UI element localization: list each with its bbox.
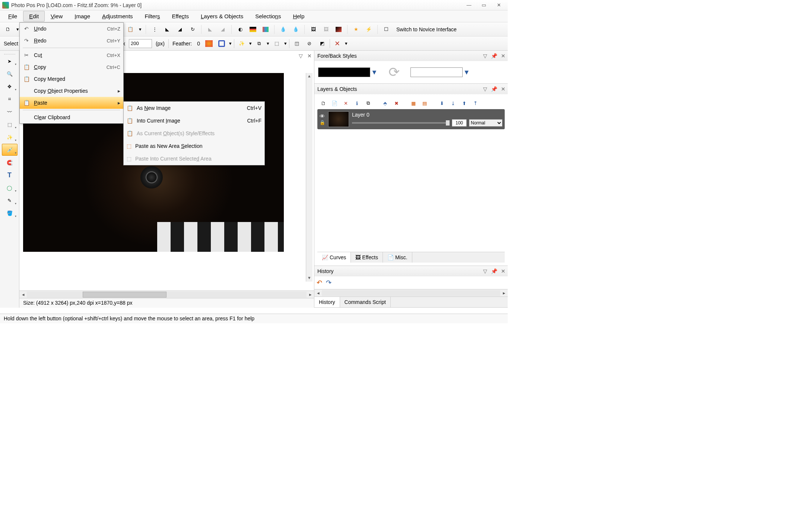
menu-effects[interactable]: Effects — [166, 11, 195, 22]
group-icon[interactable]: ▦ — [409, 99, 418, 108]
scroll-right-icon[interactable]: ▸ — [307, 291, 314, 298]
submenu-as-new-image[interactable]: 📋As New ImageCtrl+V — [124, 102, 264, 114]
close-button[interactable]: ✕ — [492, 2, 505, 8]
doc-close-icon[interactable]: ✕ — [307, 53, 312, 59]
opacity-slider[interactable] — [352, 122, 450, 124]
submenu-paste-area[interactable]: ⬚Paste as New Area Selection — [124, 140, 264, 152]
picture2-icon[interactable]: 🖼 — [320, 24, 332, 35]
mirror-icon[interactable]: ◣ — [204, 24, 216, 35]
history-scrollbar[interactable]: ◂ ▸ — [314, 289, 508, 296]
collapse-icon[interactable]: ▽ — [483, 268, 487, 274]
menu-paste[interactable]: 📋Paste▸ — [20, 97, 123, 109]
panel-close-icon[interactable]: ✕ — [501, 53, 505, 59]
menu-cut[interactable]: ✂CutCtrl+X — [20, 49, 123, 61]
sel-none-icon[interactable]: ⊘ — [304, 39, 315, 48]
opacity-input[interactable] — [452, 119, 467, 127]
dropdown-arrow-icon[interactable]: ▼ — [463, 69, 470, 76]
flip-v-icon[interactable]: ◢ — [174, 24, 185, 35]
scroll-right-icon[interactable]: ▸ — [500, 290, 508, 296]
mirror2-icon[interactable]: ◢ — [217, 24, 228, 35]
tab-effects[interactable]: 🖼 Effects — [351, 252, 383, 263]
vertical-scrollbar[interactable]: ▴ ▾ — [306, 73, 313, 282]
dropdown-arrow-icon[interactable]: ▼ — [371, 69, 378, 76]
pin-icon[interactable]: 📌 — [491, 268, 497, 274]
pen-tool[interactable]: ✎▾ — [2, 194, 18, 206]
up-icon[interactable]: ⬆ — [460, 99, 469, 108]
eyedropper-tool[interactable]: 💉▾ — [2, 144, 18, 156]
redo-icon[interactable]: ↷ — [326, 279, 332, 287]
menu-redo[interactable]: ↷RedoCtrl+Y — [20, 35, 123, 47]
switch-interface-button[interactable]: Switch to Novice Interface — [393, 25, 460, 34]
pin-icon[interactable]: 📌 — [491, 86, 497, 92]
bucket-tool[interactable]: 🪣▾ — [2, 207, 18, 219]
marquee-tool[interactable]: ⬚▾ — [2, 118, 18, 130]
menu-undo[interactable]: ↶UndoCtrl+Z — [20, 23, 123, 35]
zoom-tool[interactable]: 🔍 — [2, 68, 18, 80]
checkbox-icon[interactable]: ☐ — [381, 24, 392, 35]
dropdown-arrow-icon[interactable]: ▾ — [137, 24, 143, 35]
pointer-tool[interactable]: ➤▾ — [2, 55, 18, 67]
undo-icon[interactable]: ↶ — [317, 279, 322, 287]
layer-thumbnail[interactable] — [328, 111, 349, 127]
tab-commands[interactable]: Commands Script — [340, 297, 391, 307]
copy-layer-icon[interactable]: ⧉ — [364, 99, 372, 108]
picture-icon[interactable]: 🖼 — [308, 24, 319, 35]
grip-icon[interactable] — [4, 52, 15, 54]
merge-icon[interactable]: ⬘ — [381, 99, 390, 108]
star-icon[interactable]: ★ — [351, 24, 362, 35]
text-tool[interactable]: T — [2, 169, 18, 181]
delete-layer-icon[interactable]: ✕ — [341, 99, 350, 108]
menu-copy-obj-props[interactable]: Copy Object Properties▸ — [20, 85, 123, 97]
sharp-icon[interactable]: 💧 — [290, 24, 301, 35]
contrast-icon[interactable]: ◐ — [235, 24, 246, 35]
new-layer-icon[interactable]: 🗋 — [319, 99, 328, 108]
minimize-button[interactable]: ― — [462, 2, 476, 8]
menu-view[interactable]: View — [45, 11, 69, 22]
crop-tool[interactable]: ⌗ — [2, 93, 18, 105]
foreground-swatch[interactable] — [318, 67, 370, 77]
menu-file[interactable]: File — [2, 11, 23, 22]
down-icon[interactable]: ⬇ — [437, 99, 446, 108]
gradient-pic-icon[interactable] — [333, 24, 344, 35]
layer-row[interactable]: 👁 🔒 Layer 0 Normal — [317, 109, 505, 129]
doc-minimize-icon[interactable]: ▽ — [299, 53, 303, 59]
stroke-style-icon[interactable] — [216, 39, 227, 48]
menu-copy[interactable]: 📋CopyCtrl+C — [20, 61, 123, 73]
maximize-button[interactable]: ▭ — [477, 2, 491, 8]
bottom-icon[interactable]: ⤓ — [448, 99, 457, 108]
magnet-tool[interactable]: 🧲 — [2, 156, 18, 168]
submenu-into-current[interactable]: 📋Into Current ImageCtrl+F — [124, 114, 264, 127]
tab-history[interactable]: History — [314, 297, 340, 307]
sel-invert-icon[interactable]: ◩ — [317, 39, 327, 48]
flip-h-icon[interactable]: ◣ — [162, 24, 173, 35]
grip-icon[interactable]: ⋮ — [149, 24, 160, 35]
menu-selections[interactable]: Selections — [249, 11, 287, 22]
fill-style-icon[interactable] — [204, 39, 214, 48]
wand-tool[interactable]: ✨▾ — [2, 131, 18, 143]
blend-mode-select[interactable]: Normal — [469, 119, 502, 127]
menu-help[interactable]: Help — [287, 11, 310, 22]
ungroup-icon[interactable]: ▤ — [420, 99, 429, 108]
menu-edit[interactable]: Edit — [23, 11, 45, 22]
panel-close-icon[interactable]: ✕ — [501, 268, 505, 274]
scroll-left-icon[interactable]: ◂ — [19, 291, 27, 298]
menu-copy-merged[interactable]: 📋Copy Merged — [20, 73, 123, 85]
paste-icon[interactable]: 📋 — [125, 24, 136, 35]
copy-rect-icon[interactable]: ⧉ — [254, 39, 264, 48]
bolt-icon[interactable]: ⚡ — [363, 24, 374, 35]
tab-curves[interactable]: 📈 Curves — [317, 252, 351, 263]
delete-icon[interactable]: ✕ — [332, 39, 343, 48]
menu-clear-clipboard[interactable]: Clear Clipboard — [20, 111, 123, 123]
new-file-icon[interactable]: 🗋 — [2, 24, 13, 35]
move-tool[interactable]: ✥▾ — [2, 80, 18, 92]
menu-adjustments[interactable]: Adjustments — [96, 11, 139, 22]
lock-icon[interactable]: 🔒 — [320, 120, 325, 125]
rgb-icon[interactable] — [260, 24, 271, 35]
scroll-left-icon[interactable]: ◂ — [314, 290, 322, 296]
tab-misc[interactable]: 📄 Misc. — [383, 252, 412, 263]
path-tool[interactable]: 〰 — [2, 106, 18, 118]
colorbar-icon[interactable] — [247, 24, 258, 35]
shapes-tool[interactable]: ◯▾ — [2, 182, 18, 194]
horizontal-scrollbar[interactable]: ◂ ▸ — [19, 291, 314, 298]
collapse-icon[interactable]: ▽ — [483, 86, 487, 92]
